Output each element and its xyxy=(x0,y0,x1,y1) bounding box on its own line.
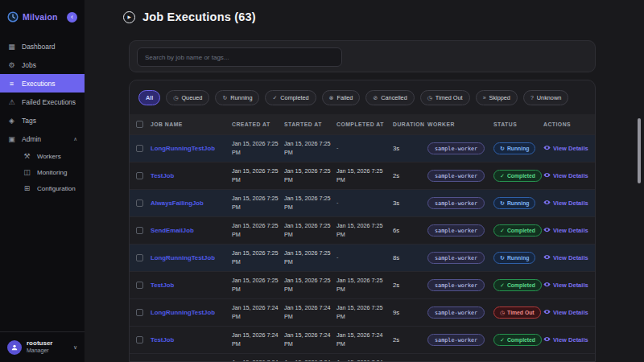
created-at-cell: Jan 15, 2026 7:25 PM xyxy=(232,222,280,238)
sidebar-item-executions[interactable]: ≡Executions xyxy=(0,74,85,93)
view-details-link[interactable]: View Details xyxy=(543,253,588,262)
sidebar-item-monitoring[interactable]: ◫Monitoring xyxy=(0,164,85,180)
view-details-link[interactable]: View Details xyxy=(543,308,588,317)
status-badge: ↻Running xyxy=(493,142,535,154)
dashboard-icon: ▦ xyxy=(7,43,16,51)
worker-cell: sample-worker xyxy=(427,224,493,237)
job-name-link[interactable]: SendEmailJob xyxy=(151,227,232,234)
view-details-label: View Details xyxy=(553,309,588,316)
row-checkbox[interactable] xyxy=(136,227,143,234)
view-details-link[interactable]: View Details xyxy=(543,281,588,290)
filter-chip-all[interactable]: All xyxy=(138,90,160,105)
filter-chip-cancelled[interactable]: ⊘Cancelled xyxy=(365,90,414,105)
sidebar-item-failed-executions[interactable]: ⚠Failed Executions xyxy=(0,93,85,111)
worker-cell: sample-worker xyxy=(427,197,493,209)
worker-badge: sample-worker xyxy=(427,170,485,182)
worker-badge: sample-worker xyxy=(427,224,485,237)
duration-cell: 9s xyxy=(393,309,427,316)
row-checkbox[interactable] xyxy=(136,282,143,289)
user-menu[interactable]: rootuser Manager ∨ xyxy=(0,331,85,362)
sidebar-item-jobs[interactable]: ⚙Jobs xyxy=(0,56,85,74)
status-cell: ✓Completed xyxy=(493,279,543,291)
worker-cell: sample-worker xyxy=(427,279,493,291)
view-details-link[interactable]: View Details xyxy=(543,144,588,153)
started-at-cell: Jan 15, 2026 7:25 PM xyxy=(284,195,332,211)
worker-badge: sample-worker xyxy=(427,279,485,291)
user-avatar xyxy=(7,340,22,355)
started-at-cell: Jan 15, 2026 7:24 PM xyxy=(284,359,332,362)
filter-chip-label: Failed xyxy=(337,94,353,101)
sidebar-item-tags[interactable]: ◈Tags xyxy=(0,111,85,130)
filter-chip-queued[interactable]: ◷Queued xyxy=(166,90,209,105)
status-label: Running xyxy=(507,200,530,206)
created-at-cell: Jan 15, 2026 7:25 PM xyxy=(232,195,280,211)
sidebar-item-label: Monitoring xyxy=(37,169,67,176)
sidebar-item-label: Workers xyxy=(37,153,61,160)
select-all-checkbox[interactable] xyxy=(136,121,143,128)
sidebar-item-label: Dashboard xyxy=(22,43,56,51)
filter-chip-running[interactable]: ↻Running xyxy=(215,90,259,105)
job-name-link[interactable]: TestJob xyxy=(151,172,232,179)
worker-badge: sample-worker xyxy=(427,142,485,154)
sidebar-item-dashboard[interactable]: ▦Dashboard xyxy=(0,37,85,56)
job-name-link[interactable]: LongRunningTestJob xyxy=(151,145,232,152)
collapse-sidebar-button[interactable]: ‹ xyxy=(67,12,77,23)
row-checkbox[interactable] xyxy=(136,172,143,179)
filter-chip-label: Queued xyxy=(181,94,202,101)
sidebar-nav: ▦Dashboard⚙Jobs≡Executions⚠Failed Execut… xyxy=(0,34,85,196)
chevron-down-icon[interactable]: ∨ xyxy=(73,344,77,351)
row-checkbox[interactable] xyxy=(136,309,143,316)
job-name-link[interactable]: AlwaysFailingJob xyxy=(151,200,232,207)
row-checkbox[interactable] xyxy=(136,336,143,343)
scrollbar-thumb[interactable] xyxy=(638,118,641,183)
row-checkbox[interactable] xyxy=(136,145,143,152)
worker-badge: sample-worker xyxy=(427,334,485,346)
row-checkbox[interactable] xyxy=(136,254,143,261)
slash-circle-icon: ⊘ xyxy=(373,95,378,101)
status-label: Running xyxy=(507,146,530,151)
view-details-link[interactable]: View Details xyxy=(543,335,588,344)
view-details-label: View Details xyxy=(553,254,588,261)
table-row: TestJobJan 15, 2026 7:25 PMJan 15, 2026 … xyxy=(130,162,595,189)
worker-cell: sample-worker xyxy=(427,252,493,264)
table-row: SendEmailJobJan 15, 2026 7:25 PMJan 15, … xyxy=(130,216,595,244)
started-at-cell: Jan 15, 2026 7:25 PM xyxy=(284,140,332,156)
completed-at-cell: - xyxy=(336,199,385,207)
filter-chip-skipped[interactable]: »Skipped xyxy=(476,90,518,105)
view-details-link[interactable]: View Details xyxy=(543,226,588,235)
filter-chip-timed-out[interactable]: ◷Timed Out xyxy=(420,90,470,105)
column-header: JOB NAME xyxy=(151,121,232,127)
search-card xyxy=(129,40,596,72)
status-label: Completed xyxy=(507,282,535,288)
job-name-link[interactable]: LongRunningTestJob xyxy=(151,309,232,316)
status-cell: ◷Timed Out xyxy=(493,306,543,319)
filter-chip-unknown[interactable]: ?Unknown xyxy=(523,90,568,105)
view-details-label: View Details xyxy=(553,200,588,207)
filter-chip-label: Unknown xyxy=(537,94,561,101)
view-details-label: View Details xyxy=(553,336,588,343)
sidebar-item-configuration[interactable]: ⊞Configuration xyxy=(0,180,85,196)
started-at-cell: Jan 15, 2026 7:24 PM xyxy=(284,331,332,348)
column-header: COMPLETED AT xyxy=(336,121,393,127)
view-details-link[interactable]: View Details xyxy=(543,171,588,180)
row-checkbox[interactable] xyxy=(136,200,143,207)
skip-icon: » xyxy=(483,95,486,101)
status-badge: ✓Completed xyxy=(493,279,542,291)
job-name-link[interactable]: TestJob xyxy=(151,282,232,289)
job-name-link[interactable]: LongRunningTestJob xyxy=(151,254,232,261)
view-details-link[interactable]: View Details xyxy=(543,199,588,208)
sidebar-item-workers[interactable]: ⚒Workers xyxy=(0,148,85,164)
completed-at-cell: Jan 15, 2026 7:25 PM xyxy=(336,277,385,293)
filter-chip-failed[interactable]: ⊗Failed xyxy=(322,90,361,105)
status-cell: ↻Running xyxy=(493,197,543,209)
sidebar-item-label: Failed Executions xyxy=(22,98,76,106)
sidebar-item-label: Jobs xyxy=(22,61,36,69)
filter-chip-completed[interactable]: ✓Completed xyxy=(265,90,316,105)
sidebar-item-admin[interactable]: ▣Admin∧ xyxy=(0,130,85,148)
eye-icon xyxy=(543,144,551,153)
user-role: Manager xyxy=(27,348,52,355)
table-header-row: JOB NAMECREATED ATSTARTED ATCOMPLETED AT… xyxy=(130,114,595,134)
job-name-link[interactable]: TestJob xyxy=(151,336,232,343)
search-input[interactable] xyxy=(137,47,342,67)
actions-cell: View Details xyxy=(543,171,595,180)
